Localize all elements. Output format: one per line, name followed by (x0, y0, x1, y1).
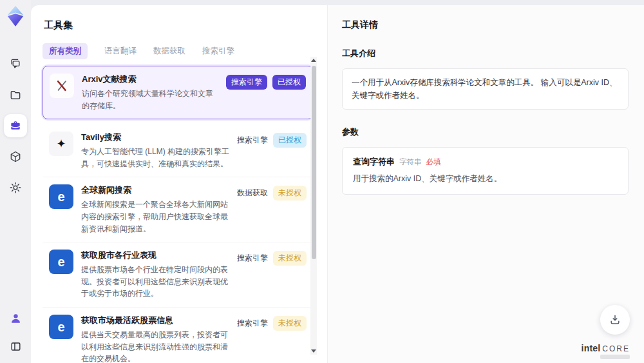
scroll-up-arrow[interactable] (311, 59, 316, 62)
tool-name: Tavily搜索 (81, 132, 229, 143)
intro-heading: 工具介绍 (342, 48, 629, 59)
tool-name: 全球新闻搜索 (81, 184, 229, 196)
crystal-logo-icon (6, 5, 25, 27)
param-description: 用于搜索的Arxiv ID、关键字或作者姓名。 (353, 173, 618, 184)
sidebar-item-settings[interactable] (4, 176, 27, 199)
params-heading: 参数 (342, 126, 629, 138)
category-badge: 搜索引擎 (237, 316, 268, 331)
tool-description: 专为人工智能代理 (LLM) 构建的搜索引擎工具，可快速提供实时、准确和真实的结… (81, 146, 229, 170)
news-search-logo-icon: e (49, 184, 73, 209)
download-button[interactable] (600, 305, 630, 335)
tool-list-panel: 工具集 所有类别 语言翻译 数据获取 搜索引擎 Arxiv文献搜索 访问各个研究… (31, 5, 327, 363)
intel-core-branding: intel CORE (582, 344, 630, 359)
finance-logo-icon: e (49, 250, 73, 274)
auth-badge: 未授权 (273, 186, 307, 201)
person-icon (10, 312, 22, 324)
list-scrollbar[interactable] (310, 57, 317, 355)
scroll-down-arrow[interactable] (311, 349, 316, 353)
category-badge: 搜索引擎 (226, 75, 267, 90)
left-sidebar (0, 0, 31, 363)
sidebar-item-packages[interactable] (4, 145, 27, 168)
tool-name: 获取市场最活跃股票信息 (81, 315, 229, 326)
category-badge: 数据获取 (237, 186, 268, 201)
scrollbar-thumb[interactable] (312, 66, 316, 259)
intro-text-box: 一个用于从Arxiv存储库搜索科学论文和文章的工具。 输入可以是Arxiv ID… (342, 68, 629, 110)
intel-logo-text: intel (582, 344, 601, 353)
tab-all-categories[interactable]: 所有类别 (43, 43, 88, 59)
tool-description: 提供当天交易量最高的股票列表，投资者可以利用这些信息来识别流动性强的股票和潜在的… (81, 329, 229, 363)
param-name: 查询字符串 (353, 156, 395, 168)
panel-toggle-icon (10, 340, 22, 353)
category-badge: 搜索引擎 (237, 251, 268, 266)
cube-icon (9, 150, 22, 163)
sidebar-item-tools[interactable] (4, 114, 27, 137)
tab-data-fetching[interactable]: 数据获取 (153, 46, 185, 57)
finance-logo-icon: e (49, 315, 73, 339)
details-title: 工具详情 (342, 19, 629, 31)
gear-icon (9, 181, 22, 194)
sidebar-item-files[interactable] (4, 83, 27, 106)
auth-badge: 未授权 (273, 251, 307, 266)
app-logo[interactable] (5, 5, 26, 28)
tool-name: 获取股市各行业表现 (81, 250, 229, 261)
tool-item-most-active-stocks[interactable]: e 获取市场最活跃股票信息 提供当天交易量最高的股票列表，投资者可以利用这些信息… (43, 308, 313, 363)
tool-item-tavily[interactable]: ✦ Tavily搜索 专为人工智能代理 (LLM) 构建的搜索引擎工具，可快速提… (43, 124, 313, 177)
folder-icon (9, 88, 22, 101)
arxiv-logo-icon (50, 74, 74, 98)
tool-item-arxiv[interactable]: Arxiv文献搜索 访问各个研究领域大量科学论文和文章的存储库。 搜索引擎 已授… (43, 66, 313, 119)
collapse-panel-button[interactable] (4, 335, 27, 358)
param-type: 字符串 (399, 157, 422, 167)
page-title: 工具集 (44, 19, 327, 32)
tool-details-panel: 工具详情 工具介绍 一个用于从Arxiv存储库搜索科学论文和文章的工具。 输入可… (327, 5, 644, 363)
sidebar-item-chat[interactable] (4, 52, 27, 75)
auth-badge: 未授权 (273, 316, 307, 331)
core-logo-text: CORE (602, 345, 630, 353)
briefcase-icon (9, 119, 22, 132)
tool-description: 提供股票市场各个行业在特定时间段内的表现。投资者可以利用这些信息来识别表现优于或… (81, 264, 229, 300)
tool-name: Arxiv文献搜索 (82, 74, 218, 85)
tool-list: Arxiv文献搜索 访问各个研究领域大量科学论文和文章的存储库。 搜索引擎 已授… (43, 66, 313, 363)
auth-badge: 已授权 (272, 75, 306, 90)
tool-description: 访问各个研究领域大量科学论文和文章的存储库。 (82, 88, 218, 112)
download-icon (609, 313, 621, 326)
tool-item-sector-performance[interactable]: e 获取股市各行业表现 提供股票市场各个行业在特定时间段内的表现。投资者可以利用… (43, 242, 313, 308)
tool-item-global-news[interactable]: e 全球新闻搜索 全球新闻搜索是一个聚合全球各大新闻网站内容的搜索引擎，帮助用户… (43, 177, 313, 242)
tab-search-engine[interactable]: 搜索引擎 (202, 46, 234, 57)
user-avatar[interactable] (4, 306, 27, 329)
tab-language-translation[interactable]: 语言翻译 (104, 46, 137, 57)
category-tabs: 所有类别 语言翻译 数据获取 搜索引擎 (43, 43, 327, 59)
main-content-card: 工具集 所有类别 语言翻译 数据获取 搜索引擎 Arxiv文献搜索 访问各个研究… (31, 5, 644, 363)
category-badge: 搜索引擎 (237, 133, 268, 148)
brand-subtext-decoration (600, 355, 630, 359)
chat-icon (9, 57, 22, 70)
tavily-star-icon: ✦ (49, 132, 73, 156)
tool-description: 全球新闻搜索是一个聚合全球各大新闻网站内容的搜索引擎，帮助用户快速获取全球最新资… (81, 199, 229, 235)
param-required-badge: 必填 (426, 157, 441, 167)
parameter-card: 查询字符串 字符串 必填 用于搜索的Arxiv ID、关键字或作者姓名。 (342, 147, 629, 195)
auth-badge: 已授权 (273, 133, 307, 148)
